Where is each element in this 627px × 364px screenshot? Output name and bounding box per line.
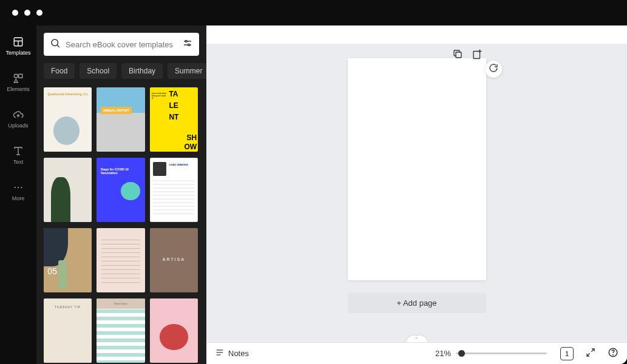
help-icon[interactable] <box>608 347 619 360</box>
window-dot[interactable] <box>12 10 18 16</box>
fullscreen-icon[interactable] <box>586 348 595 360</box>
template-text: 05 <box>47 266 57 276</box>
svg-point-9 <box>18 187 19 188</box>
svg-line-25 <box>587 353 590 356</box>
template-text: Quarkwood Advertising, Co. <box>47 92 88 96</box>
uploads-icon <box>13 109 24 120</box>
template-card[interactable]: Dental Clinic <box>97 298 144 363</box>
svg-point-16 <box>188 44 190 46</box>
canvas-topbar <box>206 25 627 44</box>
template-text: ANNUAL REPORT <box>101 107 132 114</box>
filter-chips: Food School Birthday Summer <box>44 63 199 79</box>
templates-icon <box>13 36 24 47</box>
template-card[interactable]: ANNUAL REPORT <box>97 87 144 152</box>
template-card[interactable]: 05 <box>44 228 92 292</box>
svg-point-15 <box>185 41 187 42</box>
notes-label: Notes <box>228 349 249 358</box>
viewport-handle[interactable]: ⌃ <box>407 335 427 342</box>
add-page-icon[interactable] <box>472 49 483 59</box>
more-icon <box>13 182 24 193</box>
duplicate-page-icon[interactable] <box>452 49 463 59</box>
template-card[interactable]: TUESDAY TIP <box>44 298 92 363</box>
nav-rail: Templates Elements Uploads Text More <box>0 25 36 364</box>
template-card[interactable]: CHAD GIBBONS <box>150 158 198 222</box>
template-text: TUESDAY TIP <box>44 305 92 309</box>
search-icon <box>50 38 61 51</box>
text-icon <box>13 146 24 157</box>
template-text: ARTISA <box>150 257 198 261</box>
template-card[interactable]: time to show them what you're made ofTAL… <box>150 87 198 152</box>
notes-button[interactable]: Notes <box>215 348 249 359</box>
refresh-button[interactable] <box>485 61 502 78</box>
svg-point-27 <box>613 354 614 355</box>
zoom-thumb[interactable] <box>458 350 465 357</box>
add-page-label: + Add page <box>396 298 436 308</box>
chip-food[interactable]: Food <box>44 63 75 79</box>
template-card[interactable]: Quarkwood Advertising, Co. <box>44 87 92 152</box>
chip-summer[interactable]: Summer <box>168 63 209 79</box>
nav-more[interactable]: More <box>0 178 36 205</box>
nav-label: Templates <box>5 50 30 56</box>
svg-point-8 <box>15 187 16 188</box>
svg-rect-4 <box>19 74 22 78</box>
refresh-icon <box>489 63 498 75</box>
bottom-bar: Notes 21% 1 <box>206 342 627 364</box>
svg-point-10 <box>21 187 22 188</box>
page-tools <box>452 49 483 59</box>
chip-birthday[interactable]: Birthday <box>121 63 163 79</box>
side-panel: Food School Birthday Summer Quarkwood Ad… <box>36 25 206 364</box>
nav-label: More <box>12 195 25 201</box>
elements-icon <box>13 73 24 84</box>
svg-point-11 <box>52 39 58 46</box>
notes-icon <box>215 348 225 359</box>
svg-point-3 <box>14 74 18 78</box>
nav-uploads[interactable]: Uploads <box>0 106 36 132</box>
nav-elements[interactable]: Elements <box>0 69 36 96</box>
template-text: Dental Clinic <box>97 298 144 309</box>
search-input[interactable] <box>66 40 177 49</box>
search-filter-icon[interactable] <box>182 38 193 51</box>
chip-school[interactable]: School <box>80 63 117 79</box>
canvas-page[interactable] <box>348 58 486 280</box>
template-text: CHAD GIBBONS <box>169 163 188 166</box>
template-card[interactable]: ARTISA <box>150 228 198 292</box>
template-card[interactable] <box>150 298 198 363</box>
template-card[interactable] <box>44 158 92 222</box>
search-bar <box>44 33 199 56</box>
canvas-viewport[interactable]: + Add page ⌃ <box>206 44 627 342</box>
nav-label: Elements <box>7 86 30 92</box>
template-card[interactable] <box>97 228 144 292</box>
window-dot[interactable] <box>36 10 42 16</box>
nav-label: Text <box>13 159 24 165</box>
svg-rect-17 <box>456 52 461 58</box>
svg-marker-5 <box>14 79 18 83</box>
svg-line-12 <box>57 45 59 47</box>
nav-text[interactable]: Text <box>0 142 36 169</box>
svg-line-24 <box>591 349 594 352</box>
zoom-value: 21% <box>435 349 451 358</box>
window-dot[interactable] <box>24 10 30 16</box>
template-card[interactable]: Steps for COVID-19 Vaccination <box>97 158 144 222</box>
zoom-slider[interactable] <box>456 352 547 354</box>
template-text: Steps for COVID-19 Vaccination <box>101 167 145 175</box>
nav-templates[interactable]: Templates <box>0 33 36 59</box>
template-text: time to show them what you're made of <box>150 87 169 152</box>
page-count-button[interactable]: 1 <box>560 347 574 360</box>
window-chrome <box>0 0 627 25</box>
template-grid: Quarkwood Advertising, Co. ANNUAL REPORT… <box>44 87 199 364</box>
nav-label: Uploads <box>8 123 28 129</box>
add-page-button[interactable]: + Add page <box>348 292 486 313</box>
svg-rect-18 <box>473 52 480 59</box>
canvas-area: + Add page ⌃ Notes 21% 1 <box>206 25 627 364</box>
